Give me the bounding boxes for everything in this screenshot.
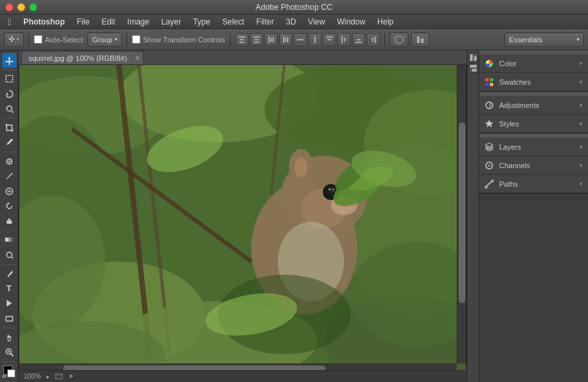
sep-2 xyxy=(127,32,127,47)
panel-channels[interactable]: Channels ▾ xyxy=(479,156,588,175)
tool-history[interactable] xyxy=(2,199,17,214)
horizontal-scrollbar[interactable] xyxy=(19,363,457,371)
apple-menu-icon[interactable]:  xyxy=(3,15,17,28)
auto-select-dropdown[interactable]: Group ▾ xyxy=(88,32,122,47)
tab-filename: squirrel.jpg @ 100% (RGB/8#) xyxy=(29,54,127,62)
align-btn-5[interactable] xyxy=(294,33,307,46)
close-button[interactable] xyxy=(5,3,13,11)
paths-panel-icon xyxy=(485,179,494,189)
mini-tool-2[interactable] xyxy=(469,64,478,73)
tool-text[interactable]: T xyxy=(2,281,17,296)
panel-color[interactable]: Color ▾ xyxy=(479,54,588,73)
svg-point-27 xyxy=(7,106,12,111)
svg-rect-5 xyxy=(254,42,259,43)
tool-pen[interactable] xyxy=(2,267,17,281)
auto-select-check[interactable]: Auto-Select: xyxy=(34,35,85,44)
panel-swatches[interactable]: Swatches ▾ xyxy=(479,73,588,91)
menu-help[interactable]: Help xyxy=(372,16,399,28)
panel-group-layers: Layers ▾ Channels ▾ Paths ▾ xyxy=(479,134,588,194)
vertical-scrollbar[interactable] xyxy=(457,65,466,363)
tool-move[interactable] xyxy=(2,53,17,68)
align-btn-8[interactable] xyxy=(337,33,351,46)
tool-eyedropper[interactable] xyxy=(2,136,17,150)
auto-select-checkbox[interactable] xyxy=(34,35,42,44)
panel-paths[interactable]: Paths ▾ xyxy=(479,175,588,193)
canvas-viewport[interactable] xyxy=(19,65,467,370)
svg-rect-19 xyxy=(357,39,361,40)
traffic-lights[interactable] xyxy=(5,3,37,11)
align-btn-6[interactable] xyxy=(308,33,322,46)
menu-window[interactable]: Window xyxy=(331,16,371,28)
tool-crop[interactable] xyxy=(2,120,17,135)
tool-gradient[interactable] xyxy=(2,233,17,248)
tool-zoom[interactable] xyxy=(2,345,17,359)
transform-controls-check[interactable]: Show Transform Controls xyxy=(132,35,225,44)
svg-rect-12 xyxy=(297,39,304,40)
panel-adjustments[interactable]: Adjustments ▾ xyxy=(479,96,588,115)
horizontal-scrollbar-thumb[interactable] xyxy=(63,365,325,371)
menu-3d[interactable]: 3D xyxy=(280,16,301,28)
move-tool-btn[interactable]: ✣ ▾ xyxy=(4,32,24,47)
menu-type[interactable]: Type xyxy=(188,16,215,28)
status-arrow-icon[interactable]: ▸ xyxy=(46,373,50,380)
align-btn-1[interactable] xyxy=(235,33,249,46)
color-panel-label: Color xyxy=(499,60,516,68)
tool-marquee[interactable] xyxy=(2,72,17,87)
layers-panel-label: Layers xyxy=(499,143,521,151)
nav-forward-icon[interactable] xyxy=(68,373,75,381)
tool-eraser[interactable] xyxy=(2,214,17,228)
menu-photoshop[interactable]: Photoshop xyxy=(18,16,70,28)
svg-rect-24 xyxy=(421,38,424,43)
minimize-button[interactable] xyxy=(17,3,25,11)
menu-view[interactable]: View xyxy=(303,16,331,28)
svg-point-70 xyxy=(294,158,308,177)
menu-image[interactable]: Image xyxy=(122,16,154,28)
swap-colors-icon[interactable]: ⇄ xyxy=(2,373,7,379)
panel-layers[interactable]: Layers ▾ xyxy=(479,138,588,156)
menu-file[interactable]: File xyxy=(72,16,95,28)
align-btn-3[interactable] xyxy=(265,33,278,46)
tab-close-icon[interactable]: ✕ xyxy=(135,54,140,62)
workspace-dropdown[interactable]: Essentials ▾ xyxy=(504,32,584,47)
align-btn-2[interactable] xyxy=(250,33,263,46)
align-btn-10[interactable] xyxy=(367,33,380,46)
tool-clone[interactable] xyxy=(2,184,17,199)
layers-panel-icon xyxy=(485,142,494,152)
menu-edit[interactable]: Edit xyxy=(96,16,121,28)
background-color[interactable] xyxy=(7,369,15,377)
maximize-button[interactable] xyxy=(29,3,37,11)
svg-rect-88 xyxy=(472,69,477,72)
right-mini-toolbar xyxy=(467,50,479,382)
sep-1 xyxy=(29,32,29,47)
vertical-scrollbar-thumb[interactable] xyxy=(459,122,465,303)
svg-rect-17 xyxy=(344,38,345,42)
color-picker[interactable]: ⇄ xyxy=(2,365,17,380)
align-btn-4[interactable] xyxy=(279,33,292,46)
adj-expand-icon: ▾ xyxy=(579,102,583,109)
channels-panel-icon xyxy=(485,161,494,170)
tool-path-select[interactable] xyxy=(2,297,17,311)
tool-dodge[interactable] xyxy=(2,248,17,262)
align-btn-9[interactable] xyxy=(352,33,365,46)
tool-brush[interactable] xyxy=(2,169,17,184)
transform-checkbox[interactable] xyxy=(132,35,141,44)
tool-lasso[interactable] xyxy=(2,87,17,101)
menu-select[interactable]: Select xyxy=(217,16,249,28)
menu-filter[interactable]: Filter xyxy=(251,16,280,28)
svg-marker-25 xyxy=(5,56,13,65)
tool-hand[interactable] xyxy=(2,330,17,345)
mini-tool-1[interactable] xyxy=(469,53,478,62)
menu-layer[interactable]: Layer xyxy=(156,16,186,28)
tool-shape[interactable] xyxy=(2,311,17,326)
align-btn-7[interactable] xyxy=(323,33,336,46)
tool-spot-heal[interactable] xyxy=(2,154,17,169)
panel-styles[interactable]: Styles ▾ xyxy=(479,115,588,133)
tool-quick-select[interactable] xyxy=(2,102,17,117)
svg-point-68 xyxy=(329,188,331,190)
svg-rect-13 xyxy=(314,36,316,43)
align-btn-extra[interactable] xyxy=(411,32,430,47)
document-tab[interactable]: squirrel.jpg @ 100% (RGB/8#) ✕ xyxy=(21,51,144,64)
text-tool-label: T xyxy=(7,283,12,293)
3d-btn[interactable] xyxy=(390,32,408,47)
svg-rect-26 xyxy=(6,75,13,82)
